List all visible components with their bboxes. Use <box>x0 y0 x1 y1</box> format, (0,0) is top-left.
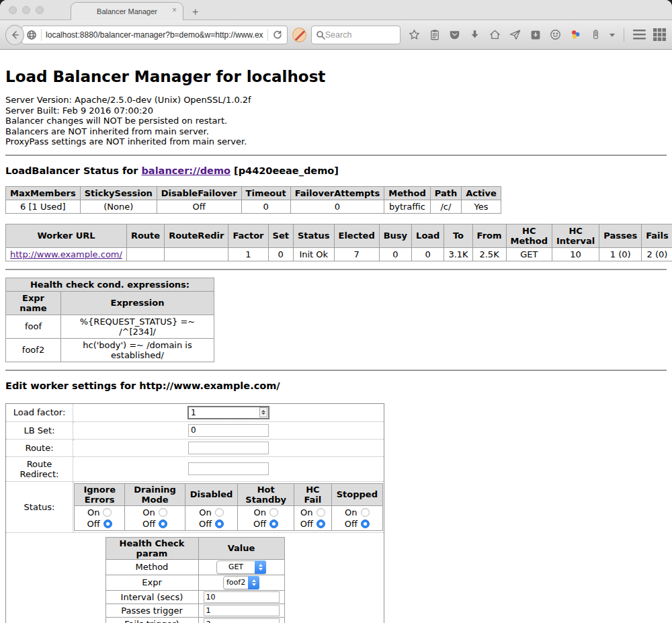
col-path: Path <box>430 186 461 200</box>
method-label: Method <box>106 559 198 575</box>
radio-on[interactable] <box>103 508 112 517</box>
off-label: Off <box>199 518 212 530</box>
pocket-icon[interactable] <box>448 28 462 42</box>
fails-input[interactable] <box>204 618 280 623</box>
col-factor: Factor <box>228 224 268 247</box>
cell-expression: %{REQUEST_STATUS} =~ /^[234]/ <box>61 315 214 338</box>
on-label: On <box>300 507 312 518</box>
tab-title: Balancer Manager <box>97 7 157 15</box>
number-stepper-icon[interactable] <box>259 407 267 417</box>
server-version-line: Server Version: Apache/2.5.0-dev (Unix) … <box>5 95 667 106</box>
col-worker-url: Worker URL <box>6 224 127 247</box>
radio-on[interactable] <box>317 508 325 517</box>
balancer-demo-link[interactable]: balancer://demo <box>141 165 230 176</box>
bookmark-star-icon[interactable] <box>407 28 421 42</box>
col-fails: Fails <box>642 224 672 247</box>
expr-row: foof2 hc('body') =~ /domain is establish… <box>6 338 214 362</box>
back-button[interactable] <box>5 25 24 45</box>
col-busy: Busy <box>379 224 411 247</box>
form-row-lb-set: LB Set: <box>6 421 384 439</box>
search-input[interactable] <box>325 30 392 40</box>
radio-on[interactable] <box>215 508 224 517</box>
downloads-icon[interactable] <box>468 28 482 42</box>
url-text[interactable]: localhost:8880/balancer-manager?b=demo&w… <box>46 30 263 40</box>
route-label: Route: <box>6 439 73 456</box>
radio-off[interactable] <box>317 520 325 528</box>
content-blocked-icon[interactable] <box>292 28 306 42</box>
balancer-status-heading: LoadBalancer Status for balancer://demo … <box>5 165 667 176</box>
testpilot-battery-icon[interactable] <box>589 28 603 42</box>
radio-off[interactable] <box>269 520 278 528</box>
col-route: Route <box>126 224 164 247</box>
method-select[interactable]: GET <box>216 560 266 574</box>
radio-on[interactable] <box>269 508 278 517</box>
cell-disablefailover: Off <box>157 200 241 213</box>
radio-off[interactable] <box>159 520 167 528</box>
caret-down-icon[interactable] <box>609 28 616 42</box>
col-to: To <box>444 224 472 247</box>
reload-icon[interactable] <box>272 30 283 40</box>
radio-on[interactable] <box>361 508 370 517</box>
hc-row-fails: Fails trigger) <box>106 617 284 623</box>
col-hc-interval: HC Interval <box>552 224 599 247</box>
col-disablefailover: DisableFailover <box>157 186 241 200</box>
grid-tiles-icon[interactable] <box>653 28 667 42</box>
expr-select[interactable]: foof2 <box>223 576 259 589</box>
cell-failoverattempts: 0 <box>290 200 384 213</box>
chat-smiley-icon[interactable] <box>548 28 562 42</box>
lb-set-label: LB Set: <box>6 421 73 439</box>
off-label: Off <box>142 518 155 530</box>
route-redirect-input[interactable] <box>188 462 269 475</box>
divider <box>5 155 667 156</box>
on-label: On <box>87 507 99 518</box>
cell-stickysession: (None) <box>80 200 157 213</box>
divider <box>5 370 667 371</box>
col-hc-param: Health Check param <box>106 537 198 559</box>
window-minimize-button[interactable] <box>22 6 30 14</box>
tab-close-icon[interactable]: × <box>172 6 177 14</box>
window-zoom-button[interactable] <box>36 6 44 14</box>
col-method: Method <box>384 186 430 200</box>
cell-factor: 1 <box>228 247 268 261</box>
route-input[interactable] <box>188 442 269 454</box>
search-bar[interactable] <box>311 26 401 44</box>
send-icon[interactable] <box>508 28 522 42</box>
form-row-route-redirect: Route Redirect: <box>6 456 384 481</box>
radio-on[interactable] <box>159 508 167 517</box>
color-dots-icon[interactable] <box>569 28 583 42</box>
window-close-button[interactable] <box>9 6 17 14</box>
passes-input[interactable] <box>204 605 280 616</box>
off-label: Off <box>345 518 358 530</box>
interval-input[interactable] <box>204 591 280 603</box>
tab-balancer-manager[interactable]: Balancer Manager × <box>71 2 183 20</box>
worker-url-link[interactable]: http://www.example.com/ <box>10 249 122 259</box>
urlbar-divider <box>267 29 268 41</box>
cell-routeredir <box>165 247 228 261</box>
divider <box>5 269 667 270</box>
cell-expression: hc('body') =~ /domain is established/ <box>61 338 214 362</box>
back-arrow-icon <box>10 30 19 40</box>
url-bar[interactable]: localhost:8880/balancer-manager?b=demo&w… <box>22 26 288 44</box>
radio-off[interactable] <box>361 520 370 528</box>
radio-off[interactable] <box>215 520 224 528</box>
lb-set-input[interactable] <box>188 424 269 437</box>
cell-worker-url: http://www.example.com/ <box>6 247 127 261</box>
load-factor-field[interactable] <box>189 408 259 417</box>
status-radio-row: On Off On Off On Off <box>75 505 383 530</box>
edit-worker-form: Load factor: LB Set: Route: Route Redire… <box>5 403 384 623</box>
radio-off[interactable] <box>103 520 112 528</box>
cell-timeout: 0 <box>241 200 290 213</box>
home-icon[interactable] <box>488 28 502 42</box>
urlbar-divider <box>41 29 42 41</box>
off-label: Off <box>253 518 266 530</box>
hc-row-interval: Interval (secs) <box>106 590 284 604</box>
clipboard-icon[interactable] <box>427 28 442 42</box>
magnifier-icon <box>316 30 325 40</box>
new-tab-button[interactable]: + <box>192 6 198 18</box>
save-page-icon[interactable] <box>528 28 542 42</box>
status-cell-disabled: On Off <box>185 505 238 530</box>
menu-hamburger-icon[interactable] <box>632 28 646 42</box>
col-timeout: Timeout <box>241 186 290 200</box>
load-factor-input[interactable] <box>187 406 269 419</box>
form-row-route: Route: <box>6 439 384 456</box>
